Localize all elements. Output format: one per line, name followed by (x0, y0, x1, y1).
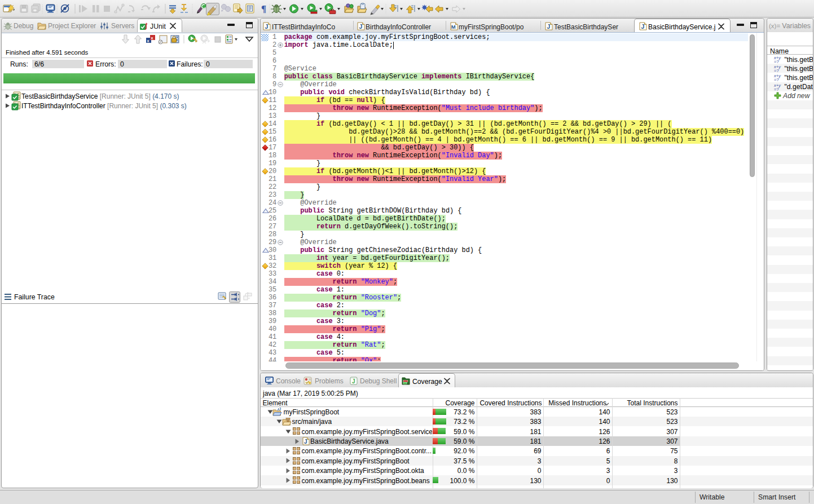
svg-text:J: J (641, 23, 645, 30)
svg-text:=?: =? (774, 68, 779, 73)
svg-text:J: J (352, 378, 355, 384)
svg-text:J: J (279, 408, 281, 411)
svg-text:=?: =? (774, 87, 779, 91)
svg-text:M: M (451, 24, 456, 30)
svg-text:¶: ¶ (261, 3, 266, 14)
svg-text:=?: =? (774, 59, 779, 64)
svg-text:x: x (151, 36, 153, 40)
svg-text:x: x (147, 39, 149, 43)
svg-text:J: J (359, 23, 363, 30)
svg-text:J: J (304, 439, 307, 445)
svg-text:=?: =? (774, 77, 779, 82)
svg-text:J: J (265, 23, 269, 30)
svg-text:J: J (547, 23, 551, 30)
